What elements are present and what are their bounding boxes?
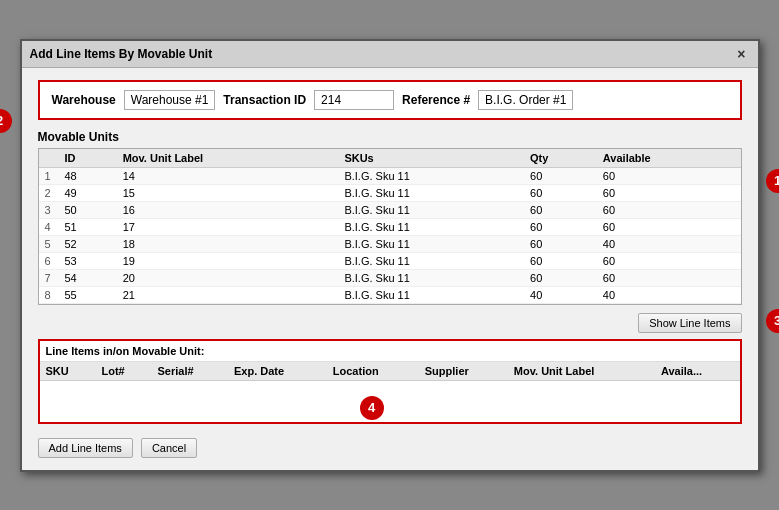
line-items-table: SKU Lot# Serial# Exp. Date Location Supp… (40, 362, 740, 381)
row-available: 60 (597, 252, 741, 269)
table-row[interactable]: 1 48 14 B.I.G. Sku 11 60 60 (39, 167, 741, 184)
row-label: 14 (117, 167, 339, 184)
dialog-titlebar: Add Line Items By Movable Unit × (22, 41, 758, 68)
row-available: 40 (597, 286, 741, 303)
row-skus: B.I.G. Sku 11 (338, 269, 524, 286)
row-num: 4 (39, 218, 59, 235)
row-qty: 40 (524, 286, 597, 303)
row-skus: B.I.G. Sku 11 (338, 184, 524, 201)
row-skus: B.I.G. Sku 11 (338, 218, 524, 235)
row-available: 60 (597, 218, 741, 235)
row-label: 17 (117, 218, 339, 235)
transaction-label: Transaction ID (223, 93, 306, 107)
transaction-value: 214 (314, 90, 394, 110)
table-row[interactable]: 4 51 17 B.I.G. Sku 11 60 60 (39, 218, 741, 235)
col-id: ID (59, 149, 117, 168)
dialog-body: Warehouse Warehouse #1 Transaction ID 21… (22, 68, 758, 470)
li-col-lot: Lot# (96, 362, 152, 381)
show-line-items-row: Show Line Items (38, 313, 742, 333)
li-col-avail: Availa... (655, 362, 740, 381)
table-row[interactable]: 8 55 21 B.I.G. Sku 11 40 40 (39, 286, 741, 303)
line-items-table-area: SKU Lot# Serial# Exp. Date Location Supp… (40, 362, 740, 422)
col-available: Available (597, 149, 741, 168)
col-qty: Qty (524, 149, 597, 168)
movable-units-table: ID Mov. Unit Label SKUs Qty Available 1 … (39, 149, 741, 304)
li-col-supplier: Supplier (419, 362, 508, 381)
row-label: 15 (117, 184, 339, 201)
warehouse-value: Warehouse #1 (124, 90, 216, 110)
row-id: 49 (59, 184, 117, 201)
li-col-location: Location (327, 362, 419, 381)
row-num: 3 (39, 201, 59, 218)
row-num: 1 (39, 167, 59, 184)
li-col-serial: Serial# (152, 362, 228, 381)
table-row[interactable]: 5 52 18 B.I.G. Sku 11 60 40 (39, 235, 741, 252)
table-row[interactable]: 3 50 16 B.I.G. Sku 11 60 60 (39, 201, 741, 218)
row-id: 48 (59, 167, 117, 184)
row-qty: 60 (524, 184, 597, 201)
row-num: 2 (39, 184, 59, 201)
table-row[interactable]: 2 49 15 B.I.G. Sku 11 60 60 (39, 184, 741, 201)
row-available: 60 (597, 269, 741, 286)
li-col-sku: SKU (40, 362, 96, 381)
row-available: 60 (597, 167, 741, 184)
row-label: 19 (117, 252, 339, 269)
col-num (39, 149, 59, 168)
col-skus: SKUs (338, 149, 524, 168)
warehouse-label: Warehouse (52, 93, 116, 107)
row-id: 53 (59, 252, 117, 269)
annotation-1: 1 (766, 169, 780, 193)
row-skus: B.I.G. Sku 11 (338, 252, 524, 269)
row-id: 51 (59, 218, 117, 235)
dialog-title: Add Line Items By Movable Unit (30, 47, 213, 61)
row-id: 55 (59, 286, 117, 303)
row-qty: 60 (524, 201, 597, 218)
row-label: 18 (117, 235, 339, 252)
close-button[interactable]: × (733, 46, 749, 62)
movable-units-label: Movable Units (38, 130, 742, 144)
table-row[interactable]: 6 53 19 B.I.G. Sku 11 60 60 (39, 252, 741, 269)
li-col-movunit: Mov. Unit Label (508, 362, 655, 381)
row-num: 6 (39, 252, 59, 269)
row-qty: 60 (524, 252, 597, 269)
movable-units-section: ID Mov. Unit Label SKUs Qty Available 1 … (38, 148, 742, 305)
table-row[interactable]: 7 54 20 B.I.G. Sku 11 60 60 (39, 269, 741, 286)
line-items-title: Line Items in/on Movable Unit: (40, 341, 740, 362)
row-label: 20 (117, 269, 339, 286)
line-items-section: Line Items in/on Movable Unit: SKU Lot# … (38, 339, 742, 424)
row-qty: 60 (524, 235, 597, 252)
row-skus: B.I.G. Sku 11 (338, 235, 524, 252)
row-num: 7 (39, 269, 59, 286)
cancel-button[interactable]: Cancel (141, 438, 197, 458)
annotation-2: 2 (0, 109, 12, 133)
row-available: 40 (597, 235, 741, 252)
row-available: 60 (597, 201, 741, 218)
annotation-4: 4 (360, 396, 384, 420)
row-qty: 60 (524, 167, 597, 184)
row-skus: B.I.G. Sku 11 (338, 201, 524, 218)
row-skus: B.I.G. Sku 11 (338, 286, 524, 303)
row-id: 50 (59, 201, 117, 218)
top-info-box: Warehouse Warehouse #1 Transaction ID 21… (38, 80, 742, 120)
reference-label: Reference # (402, 93, 470, 107)
row-num: 8 (39, 286, 59, 303)
dialog: Add Line Items By Movable Unit × Warehou… (20, 39, 760, 472)
row-skus: B.I.G. Sku 11 (338, 167, 524, 184)
row-qty: 60 (524, 218, 597, 235)
row-id: 54 (59, 269, 117, 286)
row-id: 52 (59, 235, 117, 252)
reference-value: B.I.G. Order #1 (478, 90, 573, 110)
row-qty: 60 (524, 269, 597, 286)
bottom-buttons: Add Line Items Cancel (38, 432, 742, 458)
add-line-items-button[interactable]: Add Line Items (38, 438, 133, 458)
col-mov-unit-label: Mov. Unit Label (117, 149, 339, 168)
row-label: 16 (117, 201, 339, 218)
annotation-3: 3 (766, 309, 780, 333)
row-num: 5 (39, 235, 59, 252)
show-line-items-button[interactable]: Show Line Items (638, 313, 741, 333)
li-col-expdate: Exp. Date (228, 362, 327, 381)
row-available: 60 (597, 184, 741, 201)
row-label: 21 (117, 286, 339, 303)
